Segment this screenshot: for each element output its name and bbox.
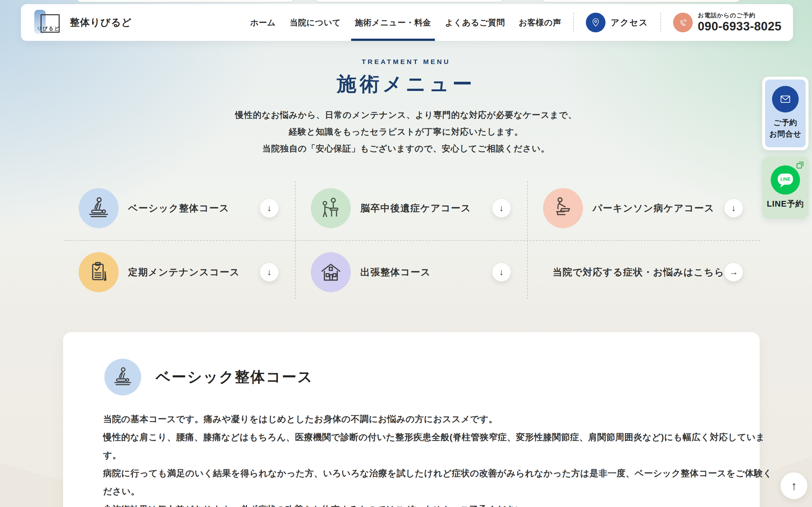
header: りびるど 整体りびるど ホーム 当院について 施術メニュー・料金 よくあるご質問… xyxy=(21,4,793,41)
course-grid: ベーシック整体コース ↓ 脳卒中後遺症ケアコース xyxy=(63,176,760,304)
card-body: 当院の基本コースです。痛みや凝りをはじめとしたお身体の不調にお悩みの方におススメ… xyxy=(103,410,779,507)
line-bubble-text: LINE xyxy=(780,177,790,181)
clipboard-icon xyxy=(79,252,119,292)
nav-item-about[interactable]: 当院について xyxy=(290,4,341,41)
nav-item-faq[interactable]: よくあるご質問 xyxy=(445,4,505,41)
section-eyebrow: TREATMENT MENU xyxy=(0,58,812,66)
reservation-contact-button[interactable]: ご予約 お問合せ xyxy=(762,77,809,150)
card-paragraph: 慢性的な肩こり、腰痛、膝痛などはもちろん、医療機関で診断の付いた整形疾患全般(脊… xyxy=(103,428,779,464)
down-arrow-icon[interactable]: ↓ xyxy=(260,199,278,217)
cutoff-panel xyxy=(76,0,295,3)
treatment-menu-section: TREATMENT MENU 施術メニュー 慢性的なお悩みから、日常のメンテナン… xyxy=(0,58,812,157)
line-reservation-button[interactable]: LINE LINE予約 xyxy=(762,157,809,219)
nav-item-voice[interactable]: お客様の声 xyxy=(519,4,561,41)
contact-inner: ご予約 お問合せ xyxy=(765,79,806,147)
mail-icon xyxy=(772,86,799,112)
logo[interactable]: りびるど 整体りびるど xyxy=(34,7,132,38)
massage-icon xyxy=(79,188,119,228)
page: りびるど 整体りびるど ホーム 当院について 施術メニュー・料金 よくあるご質問… xyxy=(0,0,812,507)
external-link-icon xyxy=(795,160,805,170)
cutoff-panel xyxy=(314,0,504,3)
description-line: 慢性的なお悩みから、日常のメンテナンス、より専門的な対応が必要なケースまで、 xyxy=(0,107,812,124)
right-arrow-icon[interactable]: → xyxy=(724,263,743,281)
down-arrow-icon[interactable]: ↓ xyxy=(724,199,743,217)
down-arrow-icon[interactable]: ↓ xyxy=(260,263,278,281)
rehab-icon xyxy=(311,188,351,228)
phone-caption: お電話からのご予約 xyxy=(698,11,781,20)
header-divider xyxy=(660,13,661,32)
nav-item-home[interactable]: ホーム xyxy=(250,4,275,41)
course-label: 当院で対応する症状・お悩みはこちら xyxy=(553,266,724,279)
basic-course-card: ベーシック整体コース 当院の基本コースです。痛みや凝りをはじめとしたお身体の不調… xyxy=(63,332,760,507)
main-nav: ホーム 当院について 施術メニュー・料金 よくあるご質問 お客様の声 xyxy=(250,4,561,41)
course-label: 定期メンテナンスコース xyxy=(128,266,240,279)
course-item-stroke-care[interactable]: 脳卒中後遺症ケアコース ↓ xyxy=(296,176,528,240)
section-description: 慢性的なお悩みから、日常のメンテナンス、より専門的な対応が必要なケースまで、 経… xyxy=(0,107,812,157)
card-paragraph: 病院に行っても満足のいく結果を得られなかった方、いろいろな治療を試したけれど症状… xyxy=(103,464,779,500)
down-arrow-icon[interactable]: ↓ xyxy=(492,263,511,281)
map-pin-icon xyxy=(586,13,606,32)
contact-label: ご予約 お問合せ xyxy=(769,117,801,140)
course-item-parkinson-care[interactable]: パーキンソン病ケアコース ↓ xyxy=(528,176,760,240)
course-label: パーキンソン病ケアコース xyxy=(593,202,714,215)
house-icon xyxy=(311,252,351,292)
contact-line: ご予約 xyxy=(769,117,801,128)
care-icon xyxy=(543,188,583,228)
scroll-to-top-button[interactable]: ↑ xyxy=(780,472,808,499)
line-label: LINE予約 xyxy=(767,199,804,210)
brand-name: 整体りびるど xyxy=(70,16,132,29)
description-line: 経験と知識をもったセラピストが丁寧に対応いたします。 xyxy=(0,124,812,140)
course-label: 脳卒中後遺症ケアコース xyxy=(360,202,471,215)
access-label: アクセス xyxy=(611,17,648,28)
massage-icon xyxy=(104,359,141,395)
card-note: ※施術効果は個人差があります。必ず症状の改善をお約束するものではございません。ご… xyxy=(103,500,779,507)
course-item-maintenance[interactable]: 定期メンテナンスコース ↓ xyxy=(63,240,296,304)
nav-item-menu-price[interactable]: 施術メニュー・料金 xyxy=(355,4,431,41)
card-header: ベーシック整体コース xyxy=(104,359,313,395)
card-paragraph: 当院の基本コースです。痛みや凝りをはじめとしたお身体の不調にお悩みの方におススメ… xyxy=(103,410,779,428)
card-title: ベーシック整体コース xyxy=(156,367,313,387)
contact-line: お問合せ xyxy=(769,128,801,140)
page-title: 施術メニュー xyxy=(0,71,812,97)
course-label: ベーシック整体コース xyxy=(128,202,229,215)
course-item-outcall[interactable]: 出張整体コース ↓ xyxy=(296,240,528,304)
down-arrow-icon[interactable]: ↓ xyxy=(492,199,511,217)
description-line: 当院独自の「安心保証」もございますので、安心してご相談ください。 xyxy=(0,140,812,157)
logo-kana-text: りびるど xyxy=(37,26,60,32)
phone-button[interactable]: お電話からのご予約 090-6933-8025 xyxy=(673,11,781,34)
course-label: 出張整体コース xyxy=(360,266,431,279)
phone-icon xyxy=(673,13,693,32)
symptoms-link[interactable]: 当院で対応する症状・お悩みはこちら → xyxy=(528,240,760,304)
logo-mark-icon: りびるど xyxy=(34,7,67,38)
course-item-basic[interactable]: ベーシック整体コース ↓ xyxy=(63,176,296,240)
cutoff-panel xyxy=(541,0,741,3)
phone-number: 090-6933-8025 xyxy=(698,20,781,34)
header-divider xyxy=(573,13,574,32)
access-button[interactable]: アクセス xyxy=(586,13,648,32)
